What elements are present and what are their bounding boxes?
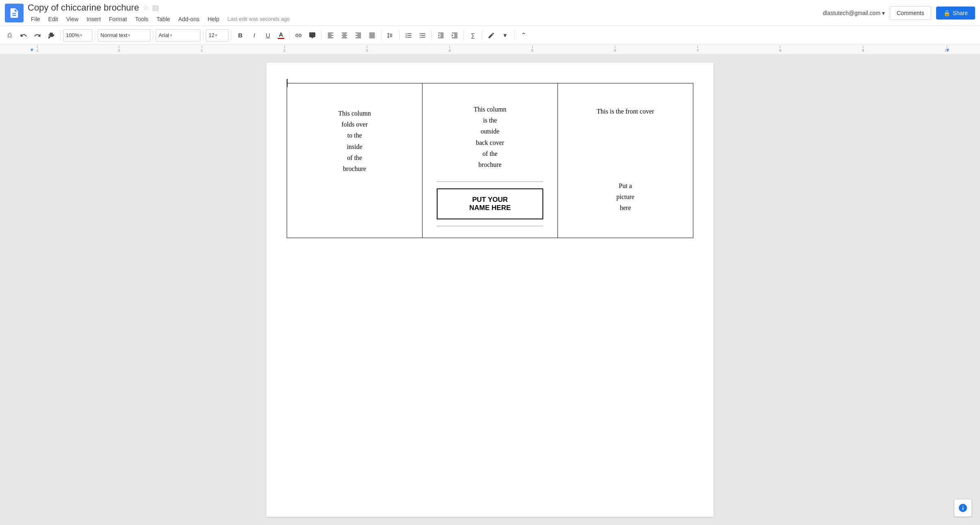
line-spacing-button[interactable] <box>384 29 397 42</box>
style-select[interactable]: Normal text ▾ <box>98 29 150 42</box>
doc-title-row: Copy of chiccarine brochure ☆ ▤ <box>28 2 823 13</box>
divider-4 <box>203 31 203 40</box>
menu-edit[interactable]: Edit <box>45 15 61 24</box>
outdent-button[interactable] <box>434 29 447 42</box>
redo-button[interactable] <box>31 29 44 42</box>
collapse-button[interactable]: ⌃ <box>517 29 530 42</box>
ruler-content: -1012345678910 <box>35 45 945 54</box>
numbered-list-button[interactable] <box>402 29 415 42</box>
align-center-button[interactable] <box>338 29 351 42</box>
user-email[interactable]: dlastutech@gmail.com ▾ <box>823 10 885 16</box>
table-cell-col1[interactable]: This columnfolds overto theinsideof theb… <box>287 83 422 238</box>
pen-button[interactable] <box>485 29 498 42</box>
divider-7 <box>321 31 322 40</box>
font-select[interactable]: Arial ▾ <box>156 29 200 42</box>
menu-tools[interactable]: Tools <box>132 15 152 24</box>
brochure-table: This columnfolds overto theinsideof theb… <box>287 83 693 238</box>
indent-button[interactable] <box>448 29 461 42</box>
col1-text: This columnfolds overto theinsideof theb… <box>295 92 414 174</box>
divider-9 <box>399 31 400 40</box>
top-right: dlastutech@gmail.com ▾ Comments 🔒 Share <box>823 6 975 20</box>
divider-5 <box>231 31 231 40</box>
divider-12 <box>482 31 482 40</box>
table-row: This columnfolds overto theinsideof theb… <box>287 83 693 238</box>
comment-button[interactable] <box>306 29 319 42</box>
align-justify-button[interactable] <box>366 29 379 42</box>
menu-help[interactable]: Help <box>204 15 222 24</box>
text-color-button[interactable]: A <box>275 31 287 40</box>
divider-2 <box>95 31 95 40</box>
bold-button[interactable]: B <box>234 29 247 42</box>
col2-name-box[interactable]: PUT YOUR NAME HERE <box>437 188 544 219</box>
menu-format[interactable]: Format <box>106 15 130 24</box>
print-button[interactable]: ⎙ <box>3 29 16 42</box>
color-bar <box>278 38 284 39</box>
assist-button[interactable] <box>954 499 972 517</box>
ruler-tab-left: ▾ <box>30 46 34 53</box>
caret-btn[interactable]: ▾ <box>499 29 512 42</box>
document-area[interactable]: This columnfolds overto theinsideof theb… <box>0 55 980 525</box>
text-cursor <box>287 79 287 87</box>
toolbar: ⎙ 100% ▾ Normal text ▾ Arial ▾ 12 ▾ B I … <box>0 26 980 45</box>
menu-table[interactable]: Table <box>153 15 173 24</box>
doc-title-area: Copy of chiccarine brochure ☆ ▤ File Edi… <box>28 2 823 24</box>
folder-icon[interactable]: ▤ <box>152 3 159 12</box>
table-cell-col3[interactable]: This is the front cover Put apicturehere <box>558 83 693 238</box>
menu-bar: File Edit View Insert Format Tools Table… <box>28 15 823 24</box>
divider-10 <box>431 31 432 40</box>
menu-view[interactable]: View <box>63 15 82 24</box>
menu-addons[interactable]: Add-ons <box>175 15 203 24</box>
divider-3 <box>153 31 153 40</box>
menu-insert[interactable]: Insert <box>83 15 104 24</box>
divider-11 <box>464 31 464 40</box>
last-edit-status: Last edit was seconds ago <box>227 16 290 22</box>
page: This columnfolds overto theinsideof theb… <box>266 63 714 517</box>
zoom-select[interactable]: 100% ▾ <box>63 29 92 42</box>
comments-button[interactable]: Comments <box>890 6 931 20</box>
divider-6 <box>289 31 290 40</box>
undo-button[interactable] <box>17 29 30 42</box>
ruler: ▾ -1012345678910 ▾ <box>0 45 980 55</box>
bullet-list-button[interactable] <box>416 29 429 42</box>
table-cell-col2[interactable]: This columnis theoutsideback coverof the… <box>422 83 558 238</box>
align-right-button[interactable] <box>352 29 365 42</box>
divider-8 <box>381 31 381 40</box>
italic-button[interactable]: I <box>248 29 261 42</box>
col2-divider-bottom <box>437 226 544 226</box>
col2-divider <box>437 182 544 182</box>
divider-1 <box>60 31 61 40</box>
app-icon <box>5 4 24 22</box>
share-button[interactable]: 🔒 Share <box>936 7 975 20</box>
align-left-button[interactable] <box>324 29 337 42</box>
top-bar: Copy of chiccarine brochure ☆ ▤ File Edi… <box>0 0 980 26</box>
paint-format-button[interactable] <box>45 29 58 42</box>
font-size-select[interactable]: 12 ▾ <box>206 29 229 42</box>
link-button[interactable] <box>292 29 305 42</box>
col2-top-text: This columnis theoutsideback coverof the… <box>474 92 506 178</box>
doc-title[interactable]: Copy of chiccarine brochure <box>28 2 139 13</box>
divider-13 <box>514 31 514 40</box>
col3-bottom-text: Put apicturehere <box>566 115 685 214</box>
underline-button[interactable]: U <box>261 29 274 42</box>
col3-top-text: This is the front cover <box>566 92 685 115</box>
col2-content: This columnis theoutsideback coverof the… <box>431 92 549 230</box>
lock-icon: 🔒 <box>943 10 950 16</box>
formula-button[interactable]: ∑ <box>466 29 479 42</box>
star-icon[interactable]: ☆ <box>142 3 149 12</box>
menu-file[interactable]: File <box>28 15 44 24</box>
